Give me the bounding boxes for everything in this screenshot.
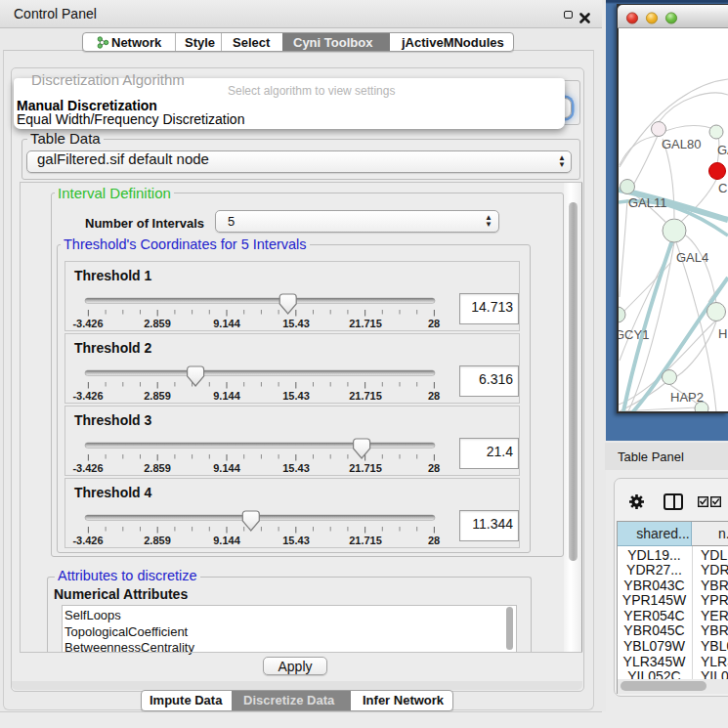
svg-text:GA: GA	[717, 143, 728, 157]
svg-text:GAL4: GAL4	[676, 250, 708, 265]
svg-text:C: C	[718, 181, 727, 195]
svg-text:GCY1: GCY1	[619, 327, 649, 342]
svg-text:GAL11: GAL11	[628, 195, 667, 210]
svg-text:H: H	[718, 326, 727, 341]
svg-text:GAL80: GAL80	[662, 137, 701, 151]
svg-text:HAP2: HAP2	[670, 390, 704, 405]
